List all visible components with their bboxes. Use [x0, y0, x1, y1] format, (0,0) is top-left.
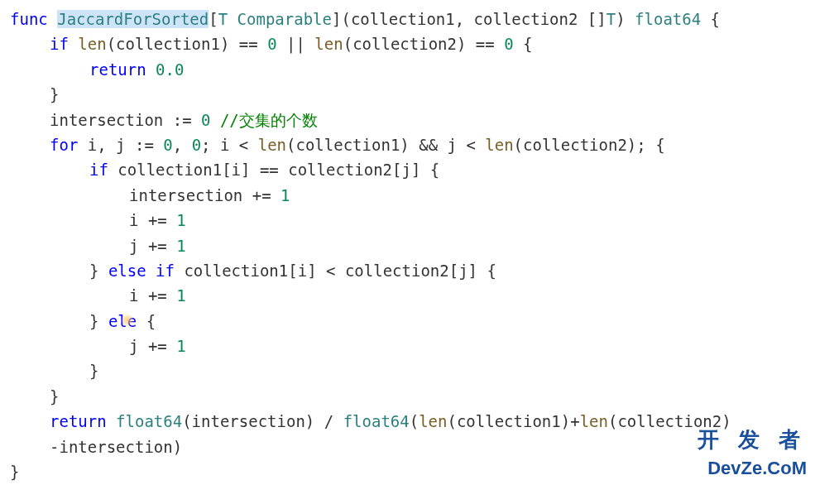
len-call: len — [78, 35, 106, 53]
code-line[interactable]: } — [10, 82, 805, 107]
code-line[interactable]: } — [10, 358, 805, 383]
keyword-if: if — [146, 262, 175, 280]
code-line[interactable]: } — [10, 459, 805, 484]
code-line[interactable]: i += 1 — [10, 208, 805, 233]
code-line[interactable]: for i, j := 0, 0; i < len(collection1) &… — [10, 132, 805, 157]
keyword-return: return — [50, 412, 107, 430]
cursor-icon — [122, 314, 133, 326]
code-line[interactable]: func JaccardForSorted[T Comparable](coll… — [10, 7, 805, 31]
type-param: T Comparable — [218, 10, 332, 28]
code-line[interactable]: } ele { — [10, 309, 805, 334]
function-name: JaccardForSorted — [57, 10, 209, 28]
param-type: T — [606, 10, 616, 28]
code-line[interactable]: if len(collection1) == 0 || len(collecti… — [10, 31, 805, 56]
keyword-func: func — [10, 10, 48, 28]
comment: //交集的个数 — [210, 111, 317, 129]
keyword-if: if — [50, 35, 69, 53]
return-type: float64 — [635, 10, 701, 28]
params: collection1, collection2 [] — [351, 10, 606, 28]
code-line[interactable]: if collection1[i] == collection2[j] { — [10, 157, 805, 182]
code-editor[interactable]: func JaccardForSorted[T Comparable](coll… — [10, 7, 805, 484]
code-line[interactable]: intersection += 1 — [10, 183, 805, 208]
keyword-else: else — [108, 262, 146, 280]
code-line[interactable]: return float64(intersection) / float64(l… — [10, 409, 805, 434]
code-line[interactable]: j += 1 — [10, 233, 805, 258]
code-line[interactable]: j += 1 — [10, 334, 805, 358]
keyword-return: return — [89, 60, 146, 79]
code-line[interactable]: intersection := 0 //交集的个数 — [10, 108, 805, 132]
code-line[interactable]: } else if collection1[i] < collection2[j… — [10, 258, 805, 283]
code-line[interactable]: -intersection) — [10, 434, 805, 459]
code-line[interactable]: } — [10, 384, 805, 409]
keyword-for: for — [50, 136, 78, 154]
code-line[interactable]: i += 1 — [10, 283, 805, 308]
len-call: len — [314, 35, 343, 53]
code-line[interactable]: return 0.0 — [10, 57, 805, 82]
keyword-if: if — [89, 161, 108, 179]
